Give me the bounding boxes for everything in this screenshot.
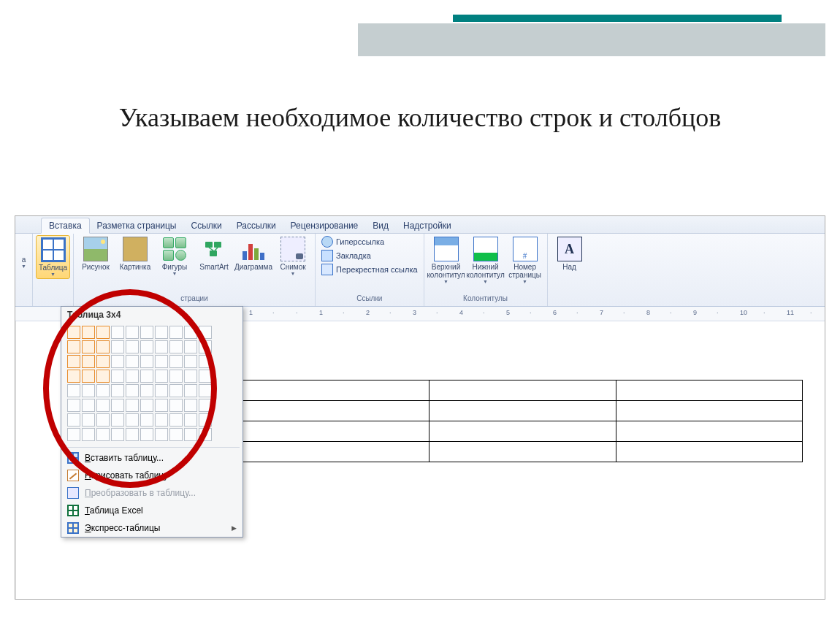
grid-cell-7-1[interactable] (82, 428, 95, 441)
ribbon-tab-4[interactable]: Рецензирование (283, 218, 366, 233)
ribbon-tab-0[interactable]: Вставка (41, 218, 90, 234)
grid-cell-0-6[interactable] (155, 326, 168, 339)
grid-cell-7-9[interactable] (199, 428, 212, 441)
grid-cell-6-6[interactable] (155, 413, 168, 427)
grid-cell-6-8[interactable] (184, 413, 197, 427)
ribbon-tab-5[interactable]: Вид (365, 218, 396, 233)
table-cell[interactable] (616, 442, 802, 462)
grid-cell-5-2[interactable] (96, 399, 110, 412)
table-cell[interactable] (429, 442, 616, 462)
grid-cell-6-1[interactable] (82, 413, 95, 427)
grid-cell-2-1[interactable] (82, 355, 95, 368)
grid-cell-7-6[interactable] (155, 428, 168, 441)
grid-cell-7-7[interactable] (169, 428, 183, 441)
screenshot-button[interactable]: Снимок ▼ (274, 235, 312, 278)
table-cell[interactable] (616, 401, 802, 421)
grid-cell-7-2[interactable] (96, 428, 110, 441)
grid-cell-7-0[interactable] (67, 428, 80, 441)
grid-cell-2-6[interactable] (155, 355, 168, 368)
grid-cell-5-6[interactable] (155, 399, 168, 412)
table-cell[interactable] (429, 380, 616, 401)
grid-cell-2-0[interactable] (67, 355, 80, 368)
grid-cell-3-9[interactable] (199, 370, 212, 383)
smartart-button[interactable]: SmartArt (195, 235, 233, 272)
chart-button[interactable]: Диаграмма (234, 235, 272, 272)
grid-cell-6-9[interactable] (199, 413, 212, 427)
grid-cell-1-5[interactable] (140, 340, 153, 353)
grid-cell-4-9[interactable] (199, 384, 212, 397)
insert-table-menu-item[interactable]: Вставить таблицу... (61, 449, 243, 467)
grid-cell-0-9[interactable] (199, 326, 212, 339)
grid-cell-4-7[interactable] (169, 384, 183, 397)
table-cell[interactable] (616, 380, 802, 401)
footer-button[interactable]: Нижний колонтитул ▼ (467, 235, 505, 286)
grid-cell-5-3[interactable] (111, 399, 124, 412)
shapes-button[interactable]: Фигуры ▼ (156, 235, 194, 278)
grid-cell-4-8[interactable] (184, 384, 197, 397)
textbox-button[interactable]: A Над (551, 235, 589, 272)
table-cell[interactable] (243, 401, 429, 421)
grid-cell-4-4[interactable] (126, 384, 139, 397)
grid-cell-5-7[interactable] (169, 399, 183, 412)
grid-cell-3-0[interactable] (67, 370, 80, 383)
ribbon-tab-2[interactable]: Ссылки (183, 218, 229, 233)
grid-cell-1-2[interactable] (96, 340, 110, 353)
clipart-button[interactable]: Картинка (116, 235, 154, 272)
table-grid-picker[interactable] (61, 323, 243, 445)
grid-cell-0-0[interactable] (67, 326, 80, 339)
grid-cell-4-6[interactable] (155, 384, 168, 397)
grid-cell-0-7[interactable] (169, 326, 183, 339)
grid-cell-4-5[interactable] (140, 384, 153, 397)
grid-cell-2-2[interactable] (96, 355, 110, 368)
grid-cell-0-2[interactable] (96, 326, 110, 339)
grid-cell-6-3[interactable] (111, 413, 124, 427)
grid-cell-7-5[interactable] (140, 428, 153, 441)
table-cell[interactable] (429, 401, 616, 421)
grid-cell-1-6[interactable] (155, 340, 168, 353)
grid-cell-4-2[interactable] (96, 384, 110, 397)
grid-cell-2-8[interactable] (184, 355, 197, 368)
grid-cell-5-1[interactable] (82, 399, 95, 412)
header-button[interactable]: Верхний колонтитул ▼ (427, 235, 465, 286)
grid-cell-3-7[interactable] (169, 370, 183, 383)
grid-cell-0-3[interactable] (111, 326, 124, 339)
grid-cell-6-2[interactable] (96, 413, 110, 427)
table-button[interactable]: Таблица ▼ (36, 235, 70, 279)
grid-cell-4-0[interactable] (67, 384, 80, 397)
grid-cell-2-5[interactable] (140, 355, 153, 368)
grid-cell-1-7[interactable] (169, 340, 183, 353)
grid-cell-4-1[interactable] (82, 384, 95, 397)
grid-cell-1-8[interactable] (184, 340, 197, 353)
grid-cell-4-3[interactable] (111, 384, 124, 397)
grid-cell-3-1[interactable] (82, 370, 95, 383)
grid-cell-3-2[interactable] (96, 370, 110, 383)
left-stub-arrow[interactable]: ▼ (21, 264, 26, 269)
pagenum-button[interactable]: # Номер страницы ▼ (506, 235, 544, 286)
grid-cell-7-3[interactable] (111, 428, 124, 441)
grid-cell-2-3[interactable] (111, 355, 124, 368)
grid-cell-3-3[interactable] (111, 370, 124, 383)
hyperlink-button[interactable]: Гиперссылка (318, 235, 421, 248)
grid-cell-2-9[interactable] (199, 355, 212, 368)
grid-cell-1-3[interactable] (111, 340, 124, 353)
grid-cell-5-8[interactable] (184, 399, 197, 412)
crossref-button[interactable]: Перекрестная ссылка (318, 263, 421, 276)
grid-cell-1-4[interactable] (126, 340, 139, 353)
grid-cell-3-5[interactable] (140, 370, 153, 383)
excel-table-menu-item[interactable]: Таблица Excel (61, 502, 243, 519)
bookmark-button[interactable]: Закладка (318, 249, 421, 262)
grid-cell-7-8[interactable] (184, 428, 197, 441)
ribbon-tab-3[interactable]: Рассылки (229, 218, 283, 233)
grid-cell-5-5[interactable] (140, 399, 153, 412)
grid-cell-2-4[interactable] (126, 355, 139, 368)
ribbon-tab-6[interactable]: Надстройки (396, 218, 459, 233)
grid-cell-1-0[interactable] (67, 340, 80, 353)
grid-cell-3-6[interactable] (155, 370, 168, 383)
table-cell[interactable] (243, 442, 429, 462)
grid-cell-1-9[interactable] (199, 340, 212, 353)
table-cell[interactable] (429, 421, 616, 442)
grid-cell-6-7[interactable] (169, 413, 183, 427)
grid-cell-2-7[interactable] (169, 355, 183, 368)
ribbon-tab-1[interactable]: Разметка страницы (90, 218, 184, 233)
table-cell[interactable] (243, 421, 429, 442)
